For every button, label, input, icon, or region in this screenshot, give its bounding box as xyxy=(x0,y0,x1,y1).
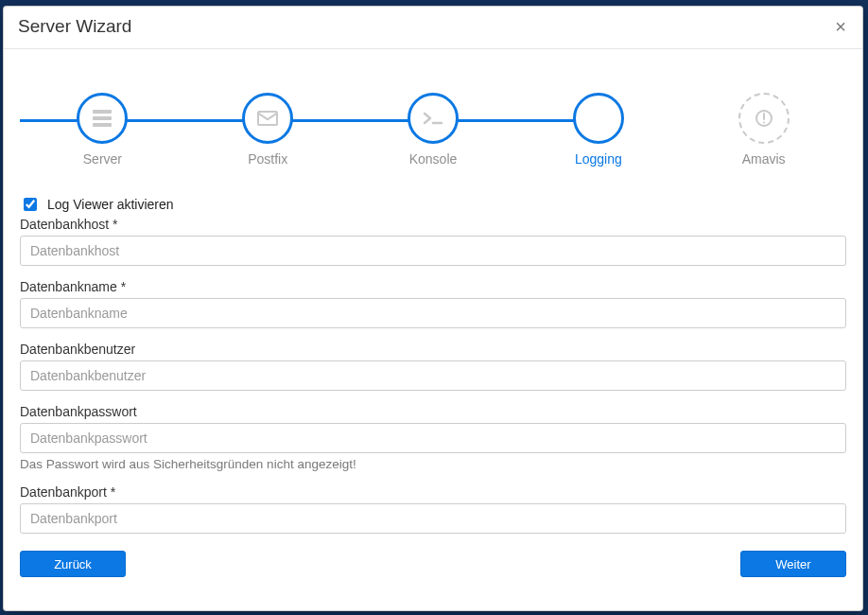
dbpass-label: Datenbankpasswort xyxy=(20,404,846,419)
dbpass-input[interactable] xyxy=(20,423,846,453)
modal-body: Server Postfix xyxy=(4,49,862,610)
step-konsole[interactable]: Konsole xyxy=(351,93,516,167)
next-button[interactable]: Weiter xyxy=(740,551,846,577)
svg-point-6 xyxy=(763,122,765,124)
modal-title: Server Wizard xyxy=(18,16,131,37)
dbpass-group: Datenbankpasswort Das Passwort wird aus … xyxy=(20,404,846,471)
logviewer-checkbox-row: Log Viewer aktivieren xyxy=(20,195,846,214)
step-logging[interactable]: Logging xyxy=(515,93,681,167)
dbuser-input[interactable] xyxy=(20,360,846,391)
svg-rect-0 xyxy=(93,110,112,114)
back-button[interactable]: Zurück xyxy=(20,551,126,577)
step-postfix-circle xyxy=(242,93,293,144)
step-amavis-circle xyxy=(738,93,790,144)
dbhost-group: Datenbankhost * xyxy=(20,217,846,266)
terminal-icon xyxy=(423,112,443,125)
step-postfix-label: Postfix xyxy=(248,151,287,167)
dbport-label: Datenbankport * xyxy=(20,484,846,500)
dbhost-input[interactable] xyxy=(20,236,846,266)
logging-form: Log Viewer aktivieren Datenbankhost * Da… xyxy=(20,195,846,577)
dbhost-label: Datenbankhost * xyxy=(20,217,846,232)
step-postfix[interactable]: Postfix xyxy=(185,93,351,167)
alert-icon xyxy=(755,109,773,128)
wizard-footer-buttons: Zurück Weiter xyxy=(20,551,846,577)
svg-rect-1 xyxy=(93,116,112,120)
svg-rect-2 xyxy=(93,123,112,127)
dbuser-label: Datenbankbenutzer xyxy=(20,342,846,357)
mail-icon xyxy=(257,111,278,126)
step-konsole-label: Konsole xyxy=(409,151,458,167)
step-server-label: Server xyxy=(83,151,122,167)
logviewer-label: Log Viewer aktivieren xyxy=(47,197,174,212)
dbname-group: Datenbankname * xyxy=(20,279,846,328)
step-server[interactable]: Server xyxy=(20,93,185,167)
wizard-stepper: Server Postfix xyxy=(20,49,846,195)
dbport-input[interactable] xyxy=(20,503,846,534)
dbuser-group: Datenbankbenutzer xyxy=(20,342,846,391)
step-amavis-label: Amavis xyxy=(742,151,786,167)
step-amavis[interactable]: Amavis xyxy=(681,93,846,167)
logviewer-checkbox[interactable] xyxy=(24,198,37,211)
close-icon[interactable]: × xyxy=(833,17,848,36)
modal-header: Server Wizard × xyxy=(4,7,862,49)
step-server-circle xyxy=(77,93,128,144)
step-logging-circle xyxy=(573,93,624,144)
dbport-group: Datenbankport * xyxy=(20,484,846,534)
step-konsole-circle xyxy=(408,93,459,144)
dbname-label: Datenbankname * xyxy=(20,279,846,294)
dbname-input[interactable] xyxy=(20,298,846,328)
step-logging-label: Logging xyxy=(575,151,622,167)
server-icon xyxy=(93,110,112,127)
server-wizard-modal: Server Wizard × Server xyxy=(3,6,863,611)
dbpass-hint: Das Passwort wird aus Sicherheitsgründen… xyxy=(20,457,846,471)
